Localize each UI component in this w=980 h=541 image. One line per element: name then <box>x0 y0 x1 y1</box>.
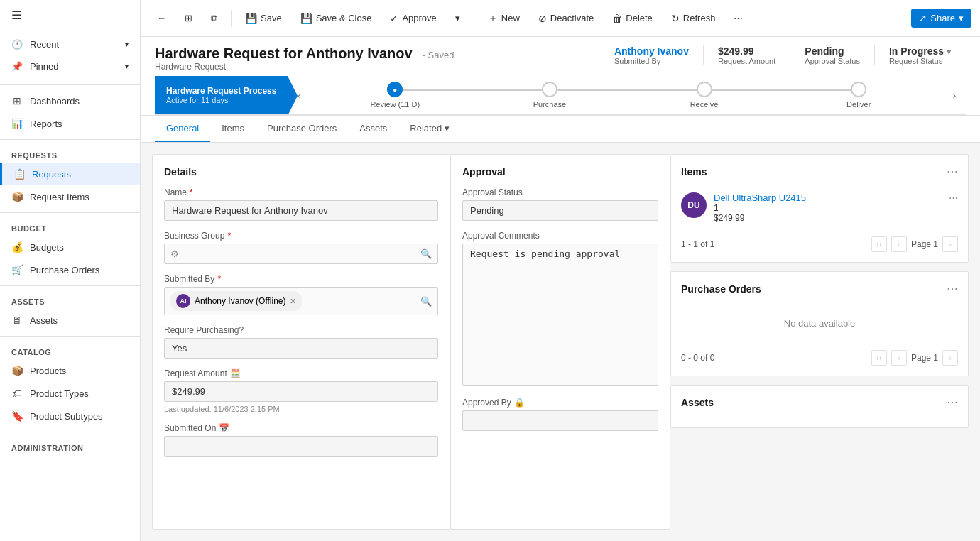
sidebar-item-reports[interactable]: 📊 Reports <box>0 112 140 135</box>
record-saved-status: - Saved <box>423 50 454 60</box>
tab-general[interactable]: General <box>155 116 210 142</box>
business-group-search-icon[interactable]: 🔍 <box>420 248 432 259</box>
deactivate-button[interactable]: ⊘ Deactivate <box>530 9 601 28</box>
tab-purchase-orders[interactable]: Purchase Orders <box>256 116 348 142</box>
request-amount-label: Request Amount 🧮 <box>164 368 438 378</box>
submitted-by-search-icon[interactable]: 🔍 <box>420 296 432 307</box>
po-prev-page[interactable]: ‹ <box>891 350 907 366</box>
business-group-input[interactable] <box>182 244 420 263</box>
approval-comments-field: Approval Comments <box>462 231 658 388</box>
calendar-icon: 📅 <box>219 423 229 433</box>
assets-panel-header: Assets ⋯ <box>681 395 958 409</box>
more-button[interactable]: ⋯ <box>726 9 751 28</box>
approve-label: Approve <box>402 13 436 23</box>
submitted-on-label: Submitted On 📅 <box>164 423 438 433</box>
items-panel: Items ⋯ DU Dell UltraSharp U2415 1 $249.… <box>670 154 969 263</box>
item-avatar: DU <box>681 192 707 218</box>
record-header: Hardware Request for Anthony Ivanov - Sa… <box>141 37 980 116</box>
sidebar-dashboards-label: Dashboards <box>30 96 80 106</box>
sidebar-category-budget: Budget <box>0 217 140 236</box>
deactivate-label: Deactivate <box>550 13 594 23</box>
approved-by-input[interactable] <box>462 410 658 431</box>
sidebar-item-purchase-orders[interactable]: 🛒 Purchase Orders <box>0 258 140 281</box>
process-step-deliver[interactable]: Deliver <box>781 76 936 114</box>
sidebar-item-requests[interactable]: 📋 Requests <box>0 163 140 185</box>
items-prev-page[interactable]: ‹ <box>891 236 907 252</box>
process-step-receive[interactable]: Receive <box>627 76 782 114</box>
new-icon: ＋ <box>488 12 498 25</box>
approve-dropdown-button[interactable]: ▾ <box>447 9 468 28</box>
refresh-button[interactable]: ↻ Refresh <box>663 9 724 28</box>
sidebar-category-requests: Requests <box>0 144 140 163</box>
po-first-page[interactable]: ⟨⟨ <box>871 350 887 366</box>
sidebar-item-request-items[interactable]: 📦 Request Items <box>0 185 140 208</box>
sidebar-item-assets[interactable]: 🖥 Assets <box>0 309 140 332</box>
item-more-button[interactable]: ⋯ <box>949 192 958 203</box>
sidebar-item-products[interactable]: 📦 Products <box>0 359 140 382</box>
items-first-page[interactable]: ⟨⟨ <box>871 236 887 252</box>
sidebar-category-catalog: Catalog <box>0 341 140 359</box>
po-next-page[interactable]: › <box>942 350 958 366</box>
share-label: Share <box>930 13 955 23</box>
items-panel-more[interactable]: ⋯ <box>947 165 958 178</box>
sidebar-item-product-subtypes[interactable]: 🔖 Product Subtypes <box>0 405 140 427</box>
more-icon: ⋯ <box>734 13 743 23</box>
item-name[interactable]: Dell UltraSharp U2415 <box>714 192 942 203</box>
tab-assets[interactable]: Assets <box>348 116 398 142</box>
delete-button[interactable]: 🗑 Delete <box>604 9 660 28</box>
business-group-required: * <box>227 231 231 241</box>
tab-items[interactable]: Items <box>210 116 256 142</box>
sidebar-category-assets: Assets <box>0 290 140 309</box>
deliver-label: Deliver <box>846 100 871 109</box>
assets-panel-more[interactable]: ⋯ <box>947 395 958 409</box>
sidebar-item-budgets[interactable]: 💰 Budgets <box>0 236 140 258</box>
popup-button[interactable]: ⧉ <box>203 9 225 28</box>
reports-icon: 📊 <box>11 118 23 129</box>
name-label: Name * <box>164 187 438 197</box>
submitted-on-input[interactable] <box>164 436 438 457</box>
process-step-review[interactable]: Review (11 D) <box>317 76 472 114</box>
approval-status-label: Approval Status <box>462 187 658 197</box>
save-close-button[interactable]: 💾 Save & Close <box>293 9 380 28</box>
items-next-page[interactable]: › <box>942 236 958 252</box>
items-panel-header: Items ⋯ <box>681 165 958 178</box>
new-label: New <box>501 13 520 23</box>
po-page-label: Page 1 <box>911 353 938 363</box>
save-icon: 💾 <box>245 13 257 24</box>
request-amount-input[interactable] <box>164 381 438 402</box>
items-pagination: 1 - 1 of 1 ⟨⟨ ‹ Page 1 › <box>681 236 958 252</box>
sidebar-divider-6 <box>0 432 140 432</box>
approve-button[interactable]: ✓ Approve <box>382 9 444 28</box>
submitted-by-value: Anthony Ivanov <box>614 45 689 57</box>
process-nav-right[interactable]: › <box>943 76 966 114</box>
approval-comments-textarea[interactable] <box>462 244 658 386</box>
require-purchasing-input[interactable] <box>164 338 438 359</box>
sidebar-item-recent[interactable]: 🕐 Recent ▾ <box>0 33 140 55</box>
sidebar-hamburger[interactable]: ☰ <box>0 0 140 31</box>
person-tag-remove[interactable]: × <box>290 296 296 306</box>
last-updated: Last updated: 11/6/2023 2:15 PM <box>164 405 438 413</box>
details-section-title: Details <box>164 166 438 177</box>
process-step-purchase[interactable]: Purchase <box>472 76 627 114</box>
back-button[interactable]: ← <box>149 9 174 28</box>
sidebar-product-subtypes-label: Product Subtypes <box>30 411 103 422</box>
po-panel-more[interactable]: ⋯ <box>947 282 958 295</box>
share-button[interactable]: ↗ Share ▾ <box>911 9 971 28</box>
approval-status-input[interactable] <box>462 200 658 221</box>
request-status-expand[interactable]: ▾ <box>947 46 952 57</box>
approval-status-value: Pending <box>805 45 860 57</box>
new-button[interactable]: ＋ New <box>480 8 528 29</box>
sidebar-item-pinned[interactable]: 📌 Pinned ▾ <box>0 55 140 77</box>
refresh-icon: ↻ <box>671 13 680 24</box>
save-button[interactable]: 💾 Save <box>237 9 290 28</box>
sidebar-divider-2 <box>0 139 140 140</box>
purchase-orders-panel: Purchase Orders ⋯ No data available 0 - … <box>670 271 969 376</box>
refresh-label: Refresh <box>683 13 716 23</box>
expand-button[interactable]: ⊞ <box>177 9 200 28</box>
sidebar-purchase-orders-label: Purchase Orders <box>30 265 99 275</box>
name-input[interactable] <box>164 200 438 221</box>
item-info: Dell UltraSharp U2415 1 $249.99 <box>714 192 942 223</box>
sidebar-item-dashboards[interactable]: ⊞ Dashboards <box>0 89 140 112</box>
sidebar-item-product-types[interactable]: 🏷 Product Types <box>0 382 140 405</box>
tab-related[interactable]: Related ▾ <box>398 116 461 142</box>
